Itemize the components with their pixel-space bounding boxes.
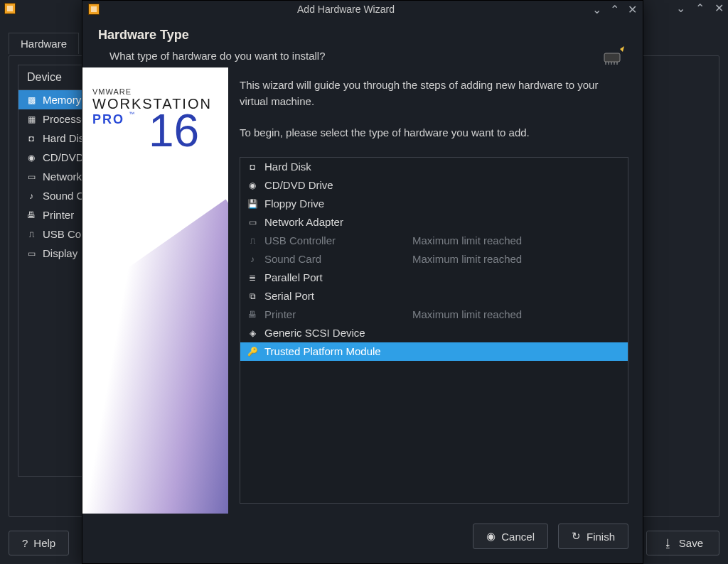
- hardware-type-item[interactable]: ◈Generic SCSI Device: [240, 324, 628, 342]
- dialog-subheading: What type of hardware do you want to ins…: [98, 50, 627, 62]
- hardware-type-item[interactable]: ≣Parallel Port: [240, 269, 628, 287]
- hardware-type-name: Hard Disk: [264, 161, 407, 173]
- brand-version: 16: [149, 112, 199, 149]
- net-icon: ▭: [246, 216, 259, 229]
- help-icon: ?: [22, 537, 28, 549]
- cd-icon: ◉: [26, 152, 37, 163]
- svg-rect-0: [7, 6, 13, 11]
- app-icon: [4, 3, 16, 14]
- hardware-type-name: Trusted Platform Module: [264, 345, 407, 357]
- wizard-sidebar: VMWARE WORKSTATION PRO ™ 16: [82, 67, 228, 514]
- wizard-content: This wizard will guide you through the s…: [228, 67, 643, 514]
- vmware-brand: VMWARE WORKSTATION PRO ™ 16: [82, 67, 228, 149]
- parallel-icon: ≣: [246, 271, 259, 284]
- close-icon[interactable]: ✕: [628, 3, 637, 16]
- hardware-type-note: Maximum limit reached: [412, 308, 522, 320]
- hardware-type-item[interactable]: 🔑Trusted Platform Module: [240, 342, 628, 361]
- wizard-intro-2: To begin, please select the type of hard…: [240, 125, 628, 141]
- printer-icon: 🖶: [26, 210, 37, 221]
- disk-icon: ◘: [26, 133, 37, 144]
- svg-rect-1: [91, 6, 97, 12]
- hardware-type-name: Generic SCSI Device: [264, 327, 407, 339]
- memory-icon: ▩: [26, 94, 37, 106]
- save-label: Save: [679, 537, 703, 549]
- dialog-window-controls: ⌄ ⌃ ✕: [592, 3, 637, 16]
- hardware-type-item: ♪Sound CardMaximum limit reached: [240, 250, 628, 269]
- tpm-icon: 🔑: [246, 345, 259, 358]
- hardware-type-item: ⎍USB ControllerMaximum limit reached: [240, 232, 628, 250]
- cpu-icon: ▦: [26, 114, 37, 125]
- dialog-heading: Hardware Type: [98, 28, 627, 43]
- sound-icon: ♪: [246, 253, 259, 266]
- app-icon: [88, 4, 100, 15]
- download-icon: ⭳: [663, 537, 673, 549]
- save-button[interactable]: ⭳ Save: [646, 531, 719, 555]
- hardware-type-item[interactable]: 💾Floppy Drive: [240, 195, 628, 213]
- disk-icon: ◘: [246, 161, 259, 173]
- hardware-type-note: Maximum limit reached: [412, 234, 522, 246]
- maximize-icon[interactable]: ⌃: [695, 3, 705, 14]
- printer-icon: 🖶: [246, 308, 259, 321]
- hardware-type-item[interactable]: ◉CD/DVD Drive: [240, 176, 628, 195]
- dialog-title: Add Hardware Wizard: [105, 4, 587, 15]
- usb-icon: ⎍: [246, 234, 259, 247]
- tab-hardware[interactable]: Hardware: [9, 33, 79, 54]
- maximize-icon[interactable]: ⌃: [610, 3, 619, 16]
- device-item-label: Printer: [43, 209, 74, 221]
- brand-pro: PRO: [92, 112, 124, 127]
- floppy-icon: 💾: [246, 197, 259, 210]
- finish-icon: ↻: [572, 530, 581, 543]
- hardware-type-item[interactable]: ⧉Serial Port: [240, 287, 628, 305]
- tab-bar: Hardware: [9, 33, 79, 54]
- hardware-type-name: Network Adapter: [264, 216, 407, 228]
- cancel-icon: ◉: [486, 530, 496, 543]
- device-item-label: CD/DVD: [43, 151, 84, 163]
- cancel-label: Cancel: [501, 531, 535, 543]
- hardware-type-name: Sound Card: [264, 253, 407, 265]
- brand-gradient: [82, 200, 228, 514]
- add-hardware-wizard: Add Hardware Wizard ⌄ ⌃ ✕ Hardware Type …: [82, 0, 643, 564]
- back-window-controls: ⌄ ⌃ ✕: [676, 3, 724, 14]
- display-icon: ▭: [26, 248, 37, 259]
- scsi-icon: ◈: [246, 327, 259, 340]
- close-icon[interactable]: ✕: [714, 3, 724, 14]
- serial-icon: ⧉: [246, 290, 259, 303]
- brand-tm: ™: [129, 111, 134, 117]
- hardware-type-item[interactable]: ◘Hard Disk: [240, 158, 628, 176]
- brand-small: VMWARE: [92, 87, 218, 96]
- wizard-intro-1: This wizard will guide you through the s…: [240, 77, 628, 109]
- dialog-header: Hardware Type What type of hardware do y…: [82, 18, 643, 67]
- device-item-label: Display: [43, 247, 77, 259]
- hardware-type-item[interactable]: ▭Network Adapter: [240, 213, 628, 232]
- dialog-button-bar: ◉ Cancel ↻ Finish: [82, 514, 643, 563]
- hardware-type-name: Parallel Port: [264, 271, 407, 283]
- hardware-type-item: 🖶PrinterMaximum limit reached: [240, 305, 628, 324]
- hardware-type-name: Printer: [264, 308, 407, 320]
- hardware-type-name: Floppy Drive: [264, 197, 407, 210]
- device-item-label: Network: [43, 170, 82, 183]
- hardware-type-list[interactable]: ◘Hard Disk◉CD/DVD Drive💾Floppy Drive▭Net…: [240, 157, 628, 504]
- cancel-button[interactable]: ◉ Cancel: [473, 524, 548, 549]
- hardware-type-name: Serial Port: [264, 290, 407, 302]
- help-label: Help: [33, 537, 55, 549]
- net-icon: ▭: [26, 171, 37, 183]
- hardware-type-name: CD/DVD Drive: [264, 179, 407, 191]
- dialog-titlebar: Add Hardware Wizard ⌄ ⌃ ✕: [82, 1, 643, 18]
- device-item-label: Memory: [43, 94, 81, 106]
- usb-icon: ⎍: [26, 229, 37, 240]
- dialog-main: VMWARE WORKSTATION PRO ™ 16 This wizard …: [82, 67, 643, 514]
- minimize-icon[interactable]: ⌄: [592, 3, 601, 16]
- finish-button[interactable]: ↻ Finish: [558, 524, 628, 549]
- sound-icon: ♪: [26, 190, 37, 202]
- minimize-icon[interactable]: ⌄: [676, 3, 685, 14]
- hardware-type-note: Maximum limit reached: [412, 253, 522, 265]
- hardware-type-name: USB Controller: [264, 234, 407, 246]
- svg-rect-2: [604, 53, 620, 62]
- help-button[interactable]: ? Help: [9, 531, 69, 555]
- finish-label: Finish: [587, 531, 615, 543]
- cd-icon: ◉: [246, 179, 259, 192]
- hardware-chip-icon: [601, 45, 627, 65]
